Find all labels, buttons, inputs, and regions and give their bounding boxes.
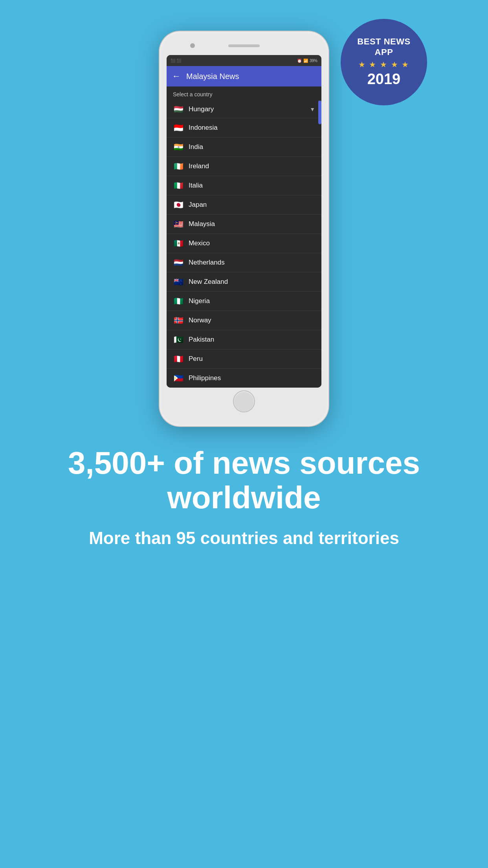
phone-screen: ⬛ ⬛ ⏰ 📶 39% ← Malaysia News Select a cou… (167, 55, 321, 388)
status-left-icons: ⬛ ⬛ (171, 59, 181, 63)
list-item[interactable]: 🇳🇱 Netherlands (167, 253, 321, 272)
home-button[interactable] (233, 390, 255, 412)
wifi-icon: 📶 (303, 59, 308, 63)
phone-speaker (228, 44, 260, 47)
country-name-philippines: Philippines (189, 374, 221, 382)
sub-stat-text: More than 95 countries and territories (24, 527, 464, 549)
bottom-section: 3,500+ of news sources worldwide More th… (0, 446, 488, 549)
phone-bottom (167, 388, 321, 415)
norway-flag: 🇳🇴 (173, 316, 184, 325)
pakistan-flag: 🇵🇰 (173, 335, 184, 344)
country-name-india: India (189, 143, 203, 151)
new-zealand-flag: 🇳🇿 (173, 277, 184, 287)
status-bar: ⬛ ⬛ ⏰ 📶 39% (167, 55, 321, 66)
country-name-malaysia: Malaysia (189, 220, 215, 228)
scroll-indicator (318, 101, 321, 118)
list-item[interactable]: 🇵🇪 Peru (167, 349, 321, 369)
list-item[interactable]: 🇮🇳 India (167, 138, 321, 157)
list-item[interactable]: 🇳🇬 Nigeria (167, 292, 321, 311)
country-name-new-zealand: New Zealand (189, 278, 228, 286)
list-item[interactable]: 🇳🇴 Norway (167, 311, 321, 330)
dropdown-selected-value: Hungary (189, 105, 214, 113)
app-content: Select a country 🇭🇺 Hungary ▼ 🇮🇩 (167, 86, 321, 388)
country-name-nigeria: Nigeria (189, 297, 210, 305)
list-item[interactable]: 🇮🇩 Indonesia (167, 118, 321, 138)
status-icons-left: ⬛ ⬛ (171, 59, 181, 63)
main-stat-text: 3,500+ of news sources worldwide (24, 446, 464, 515)
list-item[interactable]: 🇵🇭 Philippines (167, 369, 321, 388)
battery-text: 39% (310, 59, 317, 63)
dropdown-arrow-icon: ▼ (310, 106, 315, 112)
nigeria-flag: 🇳🇬 (173, 296, 184, 306)
philippines-flag: 🇵🇭 (173, 373, 184, 383)
back-button[interactable]: ← (172, 71, 181, 81)
netherlands-flag: 🇳🇱 (173, 258, 184, 267)
indonesia-flag: 🇮🇩 (173, 123, 184, 132)
malaysia-flag: 🇲🇾 (173, 219, 184, 229)
country-name-pakistan: Pakistan (189, 336, 214, 344)
list-item[interactable]: 🇲🇾 Malaysia (167, 215, 321, 234)
country-name-japan: Japan (189, 201, 207, 209)
hungary-flag: 🇭🇺 (173, 105, 184, 114)
country-name-netherlands: Netherlands (189, 259, 225, 267)
country-name-italia: Italia (189, 182, 203, 189)
india-flag: 🇮🇳 (173, 142, 184, 152)
japan-flag: 🇯🇵 (173, 200, 184, 210)
mexico-flag: 🇲🇽 (173, 239, 184, 248)
best-app-badge: BEST NEWSAPP ★ ★ ★ ★ ★ 2019 (341, 19, 427, 105)
country-list: 🇮🇩 Indonesia 🇮🇳 India 🇮🇪 Ireland 🇮🇹 Ital… (167, 118, 321, 388)
app-header: ← Malaysia News (167, 66, 321, 86)
app-title: Malaysia News (186, 72, 239, 81)
peru-flag: 🇵🇪 (173, 354, 184, 364)
italia-flag: 🇮🇹 (173, 181, 184, 190)
alarm-icon: ⏰ (297, 59, 302, 63)
list-item[interactable]: 🇵🇰 Pakistan (167, 330, 321, 349)
country-name-norway: Norway (189, 316, 211, 324)
phone-mockup: ⬛ ⬛ ⏰ 📶 39% ← Malaysia News Select a cou… (160, 31, 328, 426)
country-name-ireland: Ireland (189, 162, 209, 170)
phone-camera (190, 43, 195, 48)
phone-top (167, 39, 321, 53)
list-item[interactable]: 🇳🇿 New Zealand (167, 272, 321, 292)
select-label: Select a country (167, 86, 321, 101)
list-item[interactable]: 🇮🇹 Italia (167, 176, 321, 195)
badge-year: 2019 (367, 71, 401, 88)
list-item[interactable]: 🇮🇪 Ireland (167, 157, 321, 176)
badge-stars: ★ ★ ★ ★ ★ (358, 60, 409, 69)
country-name-mexico: Mexico (189, 239, 210, 247)
list-item[interactable]: 🇯🇵 Japan (167, 195, 321, 215)
status-icons-right: ⏰ 📶 39% (297, 59, 317, 63)
country-name-indonesia: Indonesia (189, 124, 218, 132)
list-item[interactable]: 🇲🇽 Mexico (167, 234, 321, 253)
ireland-flag: 🇮🇪 (173, 162, 184, 171)
badge-title: BEST NEWSAPP (357, 37, 410, 57)
country-dropdown[interactable]: 🇭🇺 Hungary ▼ (167, 101, 321, 118)
country-name-peru: Peru (189, 355, 203, 363)
